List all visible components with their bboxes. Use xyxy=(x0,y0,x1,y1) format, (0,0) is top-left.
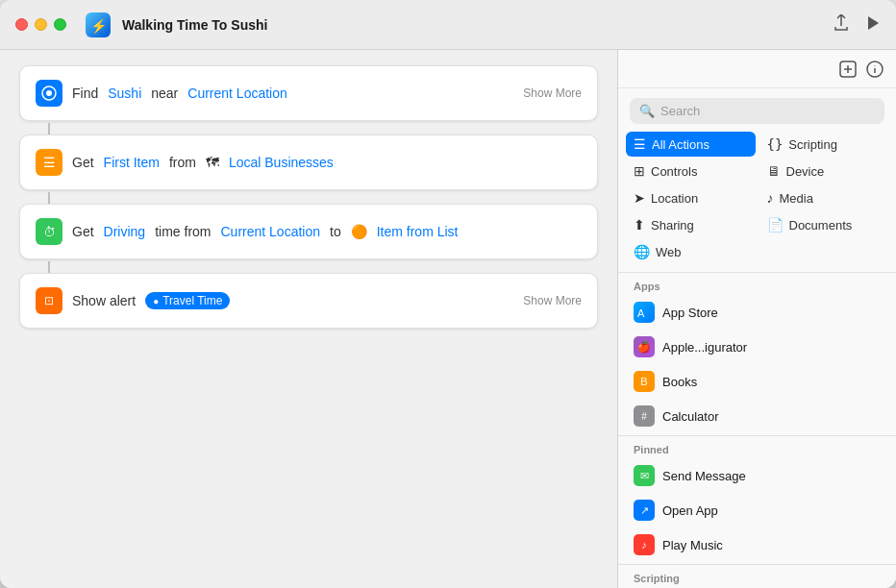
calculator-icon: # xyxy=(634,405,655,427)
titlebar-actions xyxy=(833,14,881,35)
get-first-action-icon: ☰ xyxy=(36,149,62,176)
svg-marker-2 xyxy=(868,16,879,30)
sidebar: 🔍 Search ☰ All Actions {} Scripting ⊞ Co… xyxy=(617,50,896,588)
list-item-play-music[interactable]: ♪ Play Music xyxy=(618,527,896,562)
category-device[interactable]: 🖥 Device xyxy=(759,159,889,184)
driving-token[interactable]: Driving xyxy=(104,224,146,239)
sushi-token[interactable]: Sushi xyxy=(108,86,141,101)
local-biz-icon: 🗺 xyxy=(206,155,219,170)
get-verb-1: Get xyxy=(72,155,94,170)
category-media[interactable]: ♪ Media xyxy=(759,185,889,210)
action-show-alert[interactable]: ⊡ Show alert ● Travel Time Show More xyxy=(19,273,598,329)
category-documents[interactable]: 📄 Documents xyxy=(759,212,889,237)
books-icon: B xyxy=(634,371,655,392)
alert-show-more[interactable]: Show More xyxy=(523,294,582,307)
connector-3 xyxy=(48,261,50,273)
category-controls[interactable]: ⊞ Controls xyxy=(626,159,756,184)
divider-2 xyxy=(618,435,896,436)
current-location2-token[interactable]: Current Location xyxy=(221,224,321,239)
apple-igurator-label: Apple...igurator xyxy=(662,340,747,355)
list-item-calculator[interactable]: # Calculator xyxy=(618,399,896,433)
item-from-list-token[interactable]: Item from List xyxy=(377,224,459,239)
maximize-button[interactable] xyxy=(54,18,66,31)
scripting-label: Scripting xyxy=(788,137,837,152)
svg-text:A: A xyxy=(637,307,645,319)
action-find-sushi[interactable]: Find Sushi near Current Location Show Mo… xyxy=(19,65,598,121)
first-item-token[interactable]: First Item xyxy=(104,155,160,170)
connector-1 xyxy=(48,123,50,135)
location-label: Location xyxy=(651,191,698,206)
get-verb-2: Get xyxy=(72,224,94,239)
current-location-token[interactable]: Current Location xyxy=(187,86,287,101)
documents-label: Documents xyxy=(789,218,853,233)
divider-1 xyxy=(618,272,896,273)
run-button[interactable] xyxy=(865,15,881,34)
show-alert-action-icon: ⊡ xyxy=(36,287,62,314)
travel-time-badge: ● Travel Time xyxy=(145,292,230,309)
category-scripting[interactable]: {} Scripting xyxy=(759,132,889,157)
connector-2 xyxy=(48,192,50,204)
window-title: Walking Time To Sushi xyxy=(122,17,821,33)
location-icon: ➤ xyxy=(634,190,645,206)
from-prep-1: from xyxy=(169,155,196,170)
add-action-button[interactable] xyxy=(838,60,858,82)
sidebar-header xyxy=(618,50,896,88)
appstore-icon: A xyxy=(634,302,655,323)
sidebar-scroll[interactable]: Apps A App Store 🍎 Apple...igurator B xyxy=(618,275,896,588)
categories-grid: ☰ All Actions {} Scripting ⊞ Controls 🖥 … xyxy=(618,132,896,270)
sharing-label: Sharing xyxy=(651,218,694,233)
info-button[interactable] xyxy=(865,60,884,82)
workflow-area: Find Sushi near Current Location Show Mo… xyxy=(0,50,617,588)
apple-igurator-icon: 🍎 xyxy=(634,336,655,357)
action-show-alert-content: ⊡ Show alert ● Travel Time xyxy=(36,287,230,314)
documents-icon: 📄 xyxy=(767,217,784,233)
list-item-apple-igurator[interactable]: 🍎 Apple...igurator xyxy=(618,330,896,364)
share-button[interactable] xyxy=(833,14,850,35)
appstore-label: App Store xyxy=(662,306,718,320)
action-get-first-content: ☰ Get First Item from 🗺 Local Businesses xyxy=(36,149,334,176)
divider-3 xyxy=(618,564,896,565)
send-message-icon: ✉ xyxy=(634,465,655,486)
item-from-list-icon: 🟠 xyxy=(351,224,367,239)
find-action-icon xyxy=(36,80,62,107)
search-placeholder[interactable]: Search xyxy=(660,104,700,118)
pinned-section-label: Pinned xyxy=(618,438,896,458)
show-alert-verb: Show alert xyxy=(72,293,136,308)
controls-label: Controls xyxy=(651,164,697,179)
search-bar[interactable]: 🔍 Search xyxy=(630,98,884,124)
main-window: ⚡ Walking Time To Sushi xyxy=(0,0,896,588)
list-item-books[interactable]: B Books xyxy=(618,364,896,399)
list-item-appstore[interactable]: A App Store xyxy=(618,295,896,330)
action-get-first[interactable]: ☰ Get First Item from 🗺 Local Businesses xyxy=(19,135,598,190)
open-app-icon: ↗ xyxy=(634,500,655,521)
action-find-content: Find Sushi near Current Location xyxy=(36,80,287,107)
category-sharing[interactable]: ⬆ Sharing xyxy=(626,212,756,237)
list-item-open-app[interactable]: ↗ Open App xyxy=(618,493,896,527)
svg-point-4 xyxy=(46,90,52,96)
play-music-label: Play Music xyxy=(662,538,723,552)
send-message-label: Send Message xyxy=(662,469,746,483)
close-button[interactable] xyxy=(15,18,28,31)
category-all-actions[interactable]: ☰ All Actions xyxy=(626,132,756,157)
time-from-prep: time from xyxy=(155,224,211,239)
media-icon: ♪ xyxy=(767,190,774,206)
apps-section-label: Apps xyxy=(618,275,896,295)
traffic-lights xyxy=(15,18,66,31)
search-icon: 🔍 xyxy=(639,104,655,118)
action-get-driving-content: ⏱ Get Driving time from Current Location… xyxy=(36,218,459,245)
action-get-driving[interactable]: ⏱ Get Driving time from Current Location… xyxy=(19,204,598,259)
titlebar: ⚡ Walking Time To Sushi xyxy=(0,0,896,50)
calculator-label: Calculator xyxy=(662,409,719,424)
device-icon: 🖥 xyxy=(767,163,781,179)
svg-text:⚡: ⚡ xyxy=(90,18,108,35)
category-location[interactable]: ➤ Location xyxy=(626,185,756,210)
category-web[interactable]: 🌐 Web xyxy=(626,239,756,264)
sharing-icon: ⬆ xyxy=(634,217,645,233)
list-item-send-message[interactable]: ✉ Send Message xyxy=(618,458,896,493)
device-label: Device xyxy=(786,164,825,179)
web-label: Web xyxy=(656,245,682,259)
local-businesses-token[interactable]: Local Businesses xyxy=(229,155,334,170)
find-verb: Find xyxy=(72,86,98,101)
minimize-button[interactable] xyxy=(35,18,47,31)
find-show-more[interactable]: Show More xyxy=(523,86,582,100)
